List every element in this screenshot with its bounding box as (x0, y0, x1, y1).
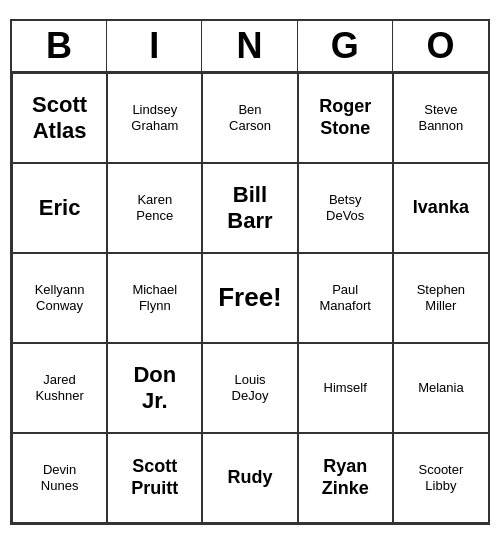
cell-text: Lindsey Graham (131, 102, 178, 133)
header-letter: O (393, 21, 488, 71)
bingo-cell: Bill Barr (202, 163, 297, 253)
cell-text: Devin Nunes (41, 462, 79, 493)
cell-text: Scott Atlas (32, 92, 87, 145)
cell-text: Michael Flynn (132, 282, 177, 313)
cell-text: Rudy (227, 467, 272, 489)
cell-text: Free! (218, 282, 282, 313)
bingo-cell: Ryan Zinke (298, 433, 393, 523)
header-letter: N (202, 21, 297, 71)
cell-text: Jared Kushner (35, 372, 83, 403)
cell-text: Melania (418, 380, 464, 396)
bingo-header: BINGO (12, 21, 488, 73)
cell-text: Bill Barr (227, 182, 272, 235)
cell-text: Scott Pruitt (131, 456, 178, 499)
bingo-cell: Karen Pence (107, 163, 202, 253)
cell-text: Eric (39, 195, 81, 221)
bingo-cell: Ivanka (393, 163, 488, 253)
cell-text: Louis DeJoy (232, 372, 269, 403)
cell-text: Ivanka (413, 197, 469, 219)
cell-text: Scooter Libby (418, 462, 463, 493)
bingo-cell: Lindsey Graham (107, 73, 202, 163)
bingo-cell: Jared Kushner (12, 343, 107, 433)
bingo-cell: Eric (12, 163, 107, 253)
cell-text: Steve Bannon (418, 102, 463, 133)
bingo-cell: Louis DeJoy (202, 343, 297, 433)
bingo-cell: Rudy (202, 433, 297, 523)
bingo-grid: Scott AtlasLindsey GrahamBen CarsonRoger… (12, 73, 488, 523)
bingo-cell: Melania (393, 343, 488, 433)
bingo-cell: Roger Stone (298, 73, 393, 163)
bingo-cell: Free! (202, 253, 297, 343)
bingo-cell: Steve Bannon (393, 73, 488, 163)
bingo-cell: Kellyann Conway (12, 253, 107, 343)
bingo-cell: Himself (298, 343, 393, 433)
header-letter: G (298, 21, 393, 71)
header-letter: I (107, 21, 202, 71)
bingo-cell: Devin Nunes (12, 433, 107, 523)
cell-text: Paul Manafort (320, 282, 371, 313)
bingo-cell: Betsy DeVos (298, 163, 393, 253)
bingo-cell: Don Jr. (107, 343, 202, 433)
cell-text: Himself (324, 380, 367, 396)
bingo-cell: Scott Pruitt (107, 433, 202, 523)
cell-text: Stephen Miller (417, 282, 465, 313)
cell-text: Roger Stone (319, 96, 371, 139)
cell-text: Ben Carson (229, 102, 271, 133)
header-letter: B (12, 21, 107, 71)
bingo-cell: Michael Flynn (107, 253, 202, 343)
cell-text: Karen Pence (136, 192, 173, 223)
bingo-cell: Stephen Miller (393, 253, 488, 343)
bingo-card: BINGO Scott AtlasLindsey GrahamBen Carso… (10, 19, 490, 525)
bingo-cell: Scooter Libby (393, 433, 488, 523)
cell-text: Betsy DeVos (326, 192, 364, 223)
cell-text: Ryan Zinke (322, 456, 369, 499)
bingo-cell: Ben Carson (202, 73, 297, 163)
cell-text: Kellyann Conway (35, 282, 85, 313)
bingo-cell: Paul Manafort (298, 253, 393, 343)
cell-text: Don Jr. (133, 362, 176, 415)
bingo-cell: Scott Atlas (12, 73, 107, 163)
